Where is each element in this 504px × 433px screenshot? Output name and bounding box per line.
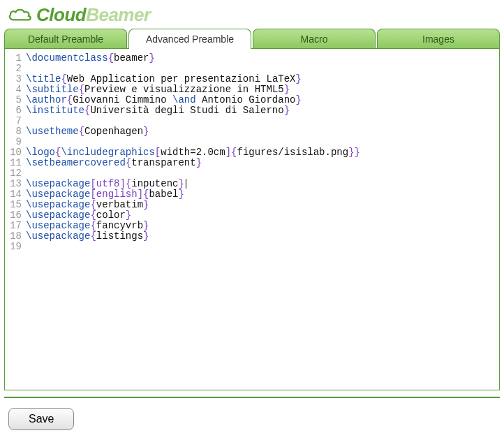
line-number: 4	[5, 85, 22, 95]
code-area[interactable]: \documentclass{beamer} \title{Web Applic…	[26, 53, 499, 252]
tab-advanced-preamble[interactable]: Advanced Preamble	[128, 29, 251, 49]
logo-word-2: Beamer	[86, 4, 150, 25]
line-number: 15	[5, 200, 22, 210]
code-line[interactable]: \author{Giovanni Cimmino \and Antonio Gi…	[26, 95, 499, 105]
code-line[interactable]: \logo{\includegraphics[width=2.0cm]{figu…	[26, 147, 499, 158]
line-number: 19	[5, 242, 22, 252]
line-number: 14	[5, 189, 22, 200]
code-line[interactable]: \institute{Università degli Studi di Sal…	[26, 105, 499, 116]
line-number: 9	[5, 137, 22, 147]
code-line[interactable]	[26, 137, 499, 147]
code-line[interactable]	[26, 242, 499, 252]
line-number: 16	[5, 210, 22, 221]
save-button[interactable]: Save	[8, 408, 74, 430]
line-number: 13	[5, 179, 22, 189]
code-line[interactable]	[26, 116, 499, 126]
line-number: 8	[5, 126, 22, 137]
text-cursor	[186, 179, 186, 189]
line-number: 18	[5, 231, 22, 242]
logo-text: CloudBeamer	[36, 4, 151, 26]
footer: Save	[4, 397, 500, 430]
tab-macro[interactable]: Macro	[253, 29, 376, 49]
code-line[interactable]: \subtitle{Preview e visualizzazione in H…	[26, 85, 499, 95]
line-number: 1	[5, 53, 22, 64]
line-number: 5	[5, 95, 22, 105]
tab-bar: Default Preamble Advanced Preamble Macro…	[3, 29, 501, 49]
code-line[interactable]: \setbeamercovered{transparent}	[26, 158, 499, 168]
code-line[interactable]: \usepackage{color}	[26, 210, 499, 221]
code-line[interactable]	[26, 168, 499, 179]
cloud-icon	[7, 7, 34, 24]
code-line[interactable]: \documentclass{beamer}	[26, 53, 499, 64]
code-line[interactable]: \usepackage{fancyvrb}	[26, 221, 499, 231]
code-line[interactable]: \title{Web Application per presentazioni…	[26, 74, 499, 85]
line-number: 3	[5, 74, 22, 85]
tab-images[interactable]: Images	[377, 29, 500, 49]
line-number: 7	[5, 116, 22, 126]
tab-default-preamble[interactable]: Default Preamble	[4, 29, 127, 49]
line-number: 17	[5, 221, 22, 231]
app-logo: CloudBeamer	[3, 3, 501, 27]
code-line[interactable]: \usepackage[utf8]{inputenc}	[26, 179, 499, 189]
line-number: 2	[5, 64, 22, 74]
line-number: 12	[5, 168, 22, 179]
logo-word-1: Cloud	[36, 4, 86, 25]
code-line[interactable]: \usetheme{Copenhagen}	[26, 126, 499, 137]
line-number: 10	[5, 147, 22, 158]
code-line[interactable]: \usepackage[english]{babel}	[26, 189, 499, 200]
line-number: 11	[5, 158, 22, 168]
code-editor[interactable]: 12345678910111213141516171819 \documentc…	[4, 48, 500, 390]
code-line[interactable]: \usepackage{listings}	[26, 231, 499, 242]
code-line[interactable]	[26, 64, 499, 74]
line-gutter: 12345678910111213141516171819	[5, 53, 26, 252]
code-line[interactable]: \usepackage{verbatim}	[26, 200, 499, 210]
line-number: 6	[5, 105, 22, 116]
